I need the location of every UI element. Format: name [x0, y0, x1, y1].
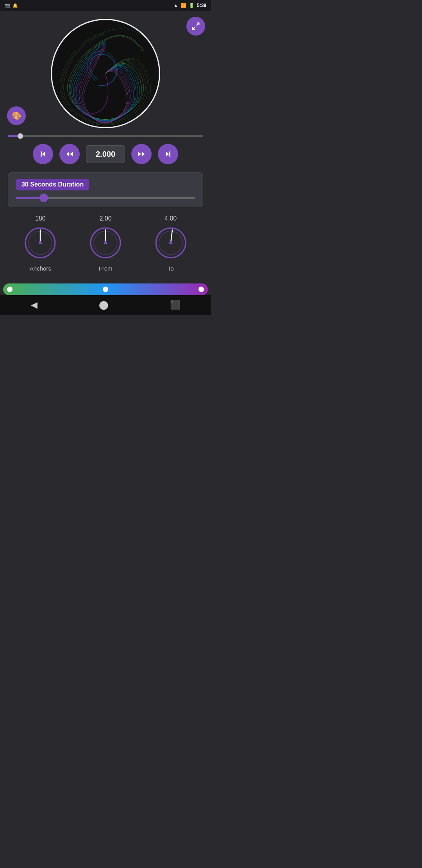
- notification-icon: 🔔: [13, 3, 18, 8]
- palette-button[interactable]: 🎨: [7, 106, 26, 125]
- duration-slider[interactable]: [16, 197, 195, 199]
- duration-slider-thumb[interactable]: [39, 194, 48, 202]
- svg-rect-10: [169, 151, 170, 156]
- anchors-knob[interactable]: [23, 225, 58, 260]
- gradient-dot-left[interactable]: [7, 287, 13, 292]
- anchors-label: Anchors: [30, 265, 51, 272]
- nav-bar: ◀ ⬤ ⬛: [0, 295, 211, 315]
- status-icons-left: 📷 🔔: [5, 3, 18, 8]
- to-knob[interactable]: [153, 225, 188, 260]
- svg-marker-7: [142, 152, 145, 156]
- gradient-bar-container: [0, 283, 211, 295]
- gradient-dot-right[interactable]: [198, 287, 204, 292]
- progress-thumb[interactable]: [18, 133, 23, 139]
- from-label: From: [98, 265, 112, 272]
- svg-marker-9: [166, 151, 169, 156]
- gradient-bar[interactable]: [3, 283, 208, 295]
- to-value: 4.00: [165, 215, 177, 222]
- speed-display: 2.000: [86, 145, 125, 163]
- svg-marker-6: [70, 152, 73, 156]
- back-button[interactable]: ◀: [23, 297, 45, 313]
- canvas-area: // We'll generate SVG inline via JS afte…: [0, 11, 211, 132]
- from-value: 2.00: [99, 215, 111, 222]
- svg-point-18: [104, 241, 107, 244]
- anchors-value: 180: [35, 215, 46, 222]
- svg-marker-5: [66, 152, 70, 156]
- to-knob-group: 4.00 To: [153, 215, 188, 272]
- skip-back-button[interactable]: [33, 144, 53, 164]
- signal-icon: 📶: [181, 3, 186, 8]
- duration-slider-fill: [16, 197, 43, 199]
- duration-label: 30 Seconds Duration: [16, 179, 89, 190]
- svg-marker-3: [42, 151, 45, 156]
- skip-forward-button[interactable]: [158, 144, 178, 164]
- fullscreen-button[interactable]: [186, 17, 205, 36]
- duration-panel: 30 Seconds Duration: [8, 172, 203, 207]
- fast-forward-button[interactable]: [131, 144, 152, 164]
- svg-marker-8: [138, 152, 141, 156]
- status-bar: 📷 🔔 ▲ 📶 🔋 5:39: [0, 0, 211, 11]
- battery-icon: 🔋: [189, 3, 195, 8]
- recent-button[interactable]: ⬛: [162, 297, 188, 313]
- knobs-section: 180 Anchors 2.00 From 4.00: [0, 211, 211, 280]
- progress-area[interactable]: [0, 132, 211, 140]
- transport-controls: 2.000: [0, 140, 211, 168]
- gradient-dot-center[interactable]: [103, 287, 108, 292]
- svg-point-22: [169, 241, 172, 244]
- anchors-knob-group: 180 Anchors: [23, 215, 58, 272]
- rewind-button[interactable]: [59, 144, 80, 164]
- spiral-visualization: // We'll generate SVG inline via JS afte…: [51, 19, 160, 128]
- clock: 5:39: [197, 3, 206, 8]
- progress-track[interactable]: [8, 135, 203, 137]
- camera-icon: 📷: [5, 3, 10, 8]
- svg-point-14: [39, 241, 42, 244]
- from-knob-group: 2.00 From: [88, 215, 123, 272]
- status-right: ▲ 📶 🔋 5:39: [173, 3, 206, 8]
- home-button[interactable]: ⬤: [91, 297, 116, 313]
- to-label: To: [168, 265, 174, 272]
- wifi-icon: ▲: [173, 3, 178, 8]
- from-knob[interactable]: [88, 225, 123, 260]
- svg-rect-4: [41, 151, 42, 156]
